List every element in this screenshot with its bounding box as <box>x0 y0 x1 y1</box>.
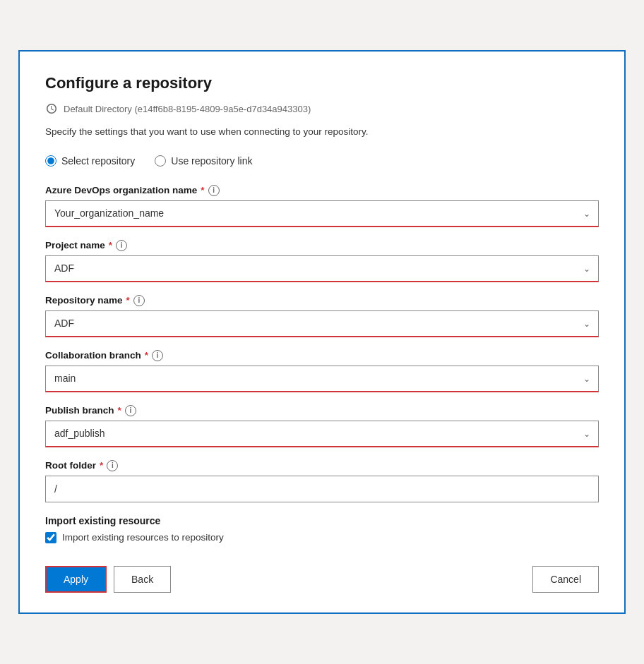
collab-branch-required: * <box>145 350 148 361</box>
radio-use-link-input[interactable] <box>155 155 166 167</box>
publish-branch-field-group: Publish branch * i adf_publish ⌄ <box>45 405 599 447</box>
org-name-label: Azure DevOps organization name * i <box>45 185 599 196</box>
collab-branch-select[interactable]: main <box>45 366 599 392</box>
configure-repository-dialog: Configure a repository Default Directory… <box>18 50 626 613</box>
org-name-info-icon[interactable]: i <box>208 185 220 196</box>
project-name-required: * <box>109 240 112 250</box>
apply-button[interactable]: Apply <box>45 566 107 593</box>
repo-name-label: Repository name * i <box>45 295 599 306</box>
directory-row: Default Directory (e14ff6b8-8195-4809-9a… <box>45 102 599 115</box>
root-folder-input[interactable] <box>45 476 599 502</box>
publish-branch-label: Publish branch * i <box>45 405 599 416</box>
import-section: Import existing resource Import existing… <box>45 515 599 543</box>
back-button[interactable]: Back <box>114 566 171 593</box>
org-name-field-group: Azure DevOps organization name * i Your_… <box>45 185 599 227</box>
project-name-select-wrapper: ADF ⌄ <box>45 255 599 282</box>
directory-text: Default Directory (e14ff6b8-8195-4809-9a… <box>64 104 311 114</box>
org-name-required: * <box>201 185 204 195</box>
org-name-select-wrapper: Your_organization_name ⌄ <box>45 200 599 227</box>
root-folder-field-group: Root folder * i <box>45 460 599 502</box>
repo-name-select-wrapper: ADF ⌄ <box>45 310 599 337</box>
repo-name-info-icon[interactable]: i <box>133 295 145 306</box>
root-folder-required: * <box>100 460 103 471</box>
import-title: Import existing resource <box>45 515 599 526</box>
repo-name-select[interactable]: ADF <box>45 310 599 337</box>
root-folder-info-icon[interactable]: i <box>107 460 118 471</box>
repo-name-required: * <box>126 295 130 306</box>
radio-select-repository[interactable]: Select repository <box>45 155 135 167</box>
dialog-title: Configure a repository <box>45 74 599 92</box>
project-name-label: Project name * i <box>45 240 599 251</box>
radio-group: Select repository Use repository link <box>45 155 599 167</box>
project-name-info-icon[interactable]: i <box>116 240 127 251</box>
import-checkbox-label[interactable]: Import existing resources to repository <box>62 532 224 543</box>
cancel-button[interactable]: Cancel <box>532 566 599 593</box>
directory-icon <box>45 102 58 115</box>
radio-use-link-label: Use repository link <box>171 155 252 167</box>
project-name-field-group: Project name * i ADF ⌄ <box>45 240 599 282</box>
import-checkbox[interactable] <box>45 532 56 543</box>
publish-branch-select[interactable]: adf_publish <box>45 421 599 447</box>
radio-select-repo-input[interactable] <box>45 155 56 167</box>
project-name-select[interactable]: ADF <box>45 255 599 282</box>
publish-branch-info-icon[interactable]: i <box>125 405 136 416</box>
org-name-select[interactable]: Your_organization_name <box>45 200 599 227</box>
import-checkbox-row: Import existing resources to repository <box>45 532 599 543</box>
radio-use-link[interactable]: Use repository link <box>155 155 252 167</box>
collab-branch-label: Collaboration branch * i <box>45 350 599 361</box>
publish-branch-select-wrapper: adf_publish ⌄ <box>45 421 599 447</box>
collab-branch-select-wrapper: main ⌄ <box>45 366 599 392</box>
collab-branch-field-group: Collaboration branch * i main ⌄ <box>45 350 599 392</box>
repo-name-field-group: Repository name * i ADF ⌄ <box>45 295 599 337</box>
root-folder-label: Root folder * i <box>45 460 599 471</box>
description-text: Specify the settings that you want to us… <box>45 125 599 139</box>
publish-branch-required: * <box>118 405 121 416</box>
radio-select-repo-label: Select repository <box>61 155 135 167</box>
collab-branch-info-icon[interactable]: i <box>152 350 163 361</box>
footer-buttons: Apply Back Cancel <box>45 560 599 593</box>
